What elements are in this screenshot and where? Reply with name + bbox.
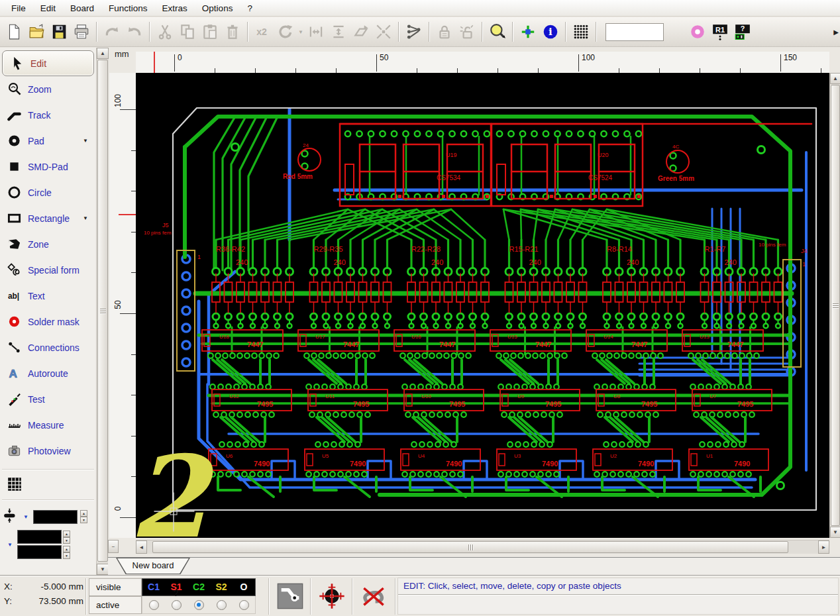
- tool-test[interactable]: Test: [0, 386, 96, 412]
- toolbar-overflow-arrow[interactable]: ▶: [833, 28, 839, 36]
- layer-name-s2[interactable]: S2: [210, 579, 233, 595]
- scroll-thumb[interactable]: [152, 541, 788, 553]
- origin-crosshair-button[interactable]: [315, 580, 349, 613]
- component-help-button[interactable]: ?: [731, 21, 754, 43]
- layer-radio-s2[interactable]: [217, 600, 227, 610]
- scroll-down-arrow[interactable]: ▼: [97, 564, 109, 575]
- tool-zone[interactable]: Zone: [0, 231, 96, 257]
- tilt-button[interactable]: [350, 21, 372, 43]
- print-button[interactable]: [70, 21, 93, 43]
- layer-name-o[interactable]: O: [233, 579, 255, 595]
- tool-text-icon: ab|: [6, 289, 22, 303]
- tool-track[interactable]: Track: [0, 102, 96, 128]
- track-width-spinner[interactable]: ▲▼: [80, 510, 87, 523]
- scroll-thumb[interactable]: [831, 85, 840, 526]
- copy-button[interactable]: [176, 21, 199, 43]
- tool-edit[interactable]: Edit: [2, 50, 94, 76]
- svg-text:7447: 7447: [247, 340, 263, 348]
- track-width-field[interactable]: [33, 510, 78, 524]
- layer-name-c1[interactable]: C1: [142, 579, 165, 595]
- photoview-button[interactable]: [486, 21, 509, 43]
- splitter-button[interactable]: −: [108, 540, 119, 553]
- rotate-button[interactable]: [274, 21, 297, 43]
- tool-measure[interactable]: Measure: [0, 412, 96, 438]
- scroll-down-arrow[interactable]: ▼: [830, 527, 840, 538]
- tool-smd-pad-label: SMD-Pad: [28, 162, 68, 172]
- show-tracks-button[interactable]: [273, 580, 307, 613]
- hide-connections-button[interactable]: [356, 580, 391, 613]
- scroll-up-arrow[interactable]: ▲: [97, 48, 109, 59]
- canvas-vertical-scrollbar[interactable]: ▲ ▼: [829, 73, 840, 538]
- pcb-canvas[interactable]: R36-R42240R29-R35240R22-R28240R15-R21240…: [136, 73, 829, 538]
- component-label-button[interactable]: R1: [709, 21, 731, 43]
- layer-radio-o[interactable]: [239, 600, 249, 610]
- paste-button[interactable]: [199, 21, 221, 43]
- tool-text[interactable]: ab| Text: [0, 283, 96, 309]
- snap-together-button[interactable]: [372, 21, 395, 43]
- layer-radio-c2[interactable]: [194, 600, 204, 610]
- tool-autoroute-icon: A: [6, 366, 22, 380]
- connections-button[interactable]: [403, 21, 425, 43]
- grid-setting[interactable]: [0, 470, 96, 499]
- canvas-horizontal-scrollbar[interactable]: ◄ ►: [136, 540, 829, 554]
- scroll-left-arrow[interactable]: ◄: [136, 540, 147, 554]
- toolbar-combo[interactable]: [605, 23, 664, 41]
- pad-outer-field[interactable]: [17, 530, 62, 544]
- pad-inner-field[interactable]: [17, 545, 62, 559]
- layer-radio-c1[interactable]: [149, 600, 159, 610]
- sidebar-scrollbar[interactable]: ▲ ▼: [96, 48, 109, 575]
- layer-name-c2[interactable]: C2: [187, 579, 210, 595]
- grid-matrix-button[interactable]: [570, 21, 592, 43]
- tool-special-form[interactable]: Special form: [0, 257, 96, 283]
- tool-rectangle[interactable]: Rectangle ▼: [0, 205, 96, 231]
- svg-text:R22-R28: R22-R28: [411, 245, 441, 253]
- save-button[interactable]: [48, 21, 70, 43]
- vertical-ruler: 100500: [109, 73, 136, 538]
- menu-[interactable]: ?: [240, 1, 260, 15]
- rotate-button-dropdown[interactable]: ▼: [297, 29, 305, 35]
- layer-radio-s1[interactable]: [172, 600, 182, 610]
- tool-autoroute[interactable]: A Autoroute: [0, 360, 96, 386]
- cut-button[interactable]: [154, 21, 176, 43]
- menu-file[interactable]: File: [4, 1, 33, 15]
- tool-zoom[interactable]: Zoom: [0, 76, 96, 102]
- scroll-right-arrow[interactable]: ►: [818, 540, 829, 554]
- lock-button[interactable]: [433, 21, 456, 43]
- tool-connections[interactable]: Connections: [0, 334, 96, 360]
- svg-text:x2: x2: [256, 26, 267, 37]
- tool-photoview[interactable]: Photoview: [0, 438, 96, 464]
- tool-circle[interactable]: Circle: [0, 180, 96, 205]
- tool-connections-label: Connections: [28, 342, 79, 353]
- menu-options[interactable]: Options: [195, 1, 240, 15]
- menu-functions[interactable]: Functions: [101, 1, 155, 15]
- track-width-dropdown[interactable]: ▼: [21, 514, 30, 520]
- pad-inner-spinner[interactable]: ▲▼: [63, 546, 70, 559]
- scroll-thumb[interactable]: [97, 60, 108, 562]
- layer-help[interactable]: ?: [174, 588, 178, 598]
- duplicate-button[interactable]: x2: [252, 21, 274, 43]
- menu-edit[interactable]: Edit: [33, 1, 63, 15]
- info-button[interactable]: i: [539, 21, 562, 43]
- snap-grid-button[interactable]: [517, 21, 539, 43]
- tool-rectangle-dropdown[interactable]: ▼: [83, 215, 88, 221]
- tool-smd-pad[interactable]: SMD-Pad: [0, 154, 96, 180]
- mirror-vertical-button[interactable]: [327, 21, 350, 43]
- redo-button[interactable]: [123, 21, 146, 43]
- delete-button[interactable]: [221, 21, 244, 43]
- solder-side-button[interactable]: [686, 21, 709, 43]
- open-button[interactable]: [25, 21, 48, 43]
- menu-extras[interactable]: Extras: [155, 1, 195, 15]
- tool-pad[interactable]: Pad ▼: [0, 128, 96, 154]
- unlock-button[interactable]: [456, 21, 478, 43]
- pad-size-dropdown[interactable]: ▼: [5, 542, 15, 548]
- mirror-horizontal-button[interactable]: [305, 21, 327, 43]
- ruler-tick: [131, 436, 136, 436]
- tool-pad-dropdown[interactable]: ▼: [83, 138, 88, 144]
- new-button[interactable]: [3, 21, 25, 43]
- undo-button[interactable]: [101, 21, 123, 43]
- scroll-up-arrow[interactable]: ▲: [830, 73, 840, 84]
- menu-board[interactable]: Board: [63, 1, 101, 15]
- tool-solder-mask[interactable]: Solder mask: [0, 309, 96, 334]
- pad-outer-spinner[interactable]: ▲▼: [63, 531, 70, 544]
- tab-new-board[interactable]: New board: [116, 558, 190, 574]
